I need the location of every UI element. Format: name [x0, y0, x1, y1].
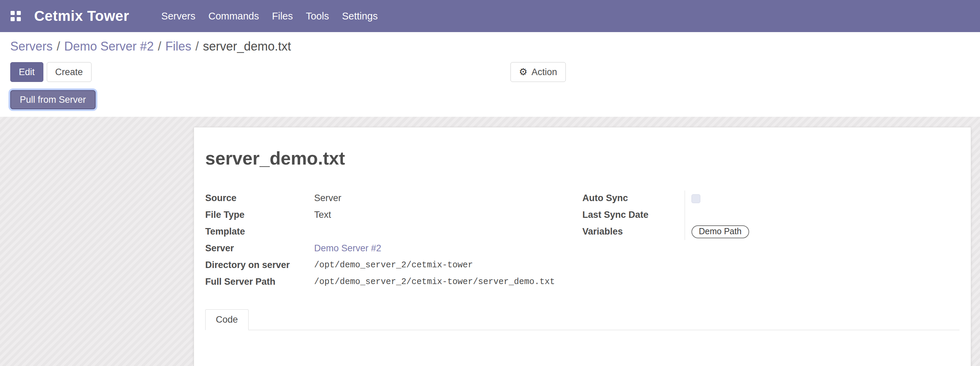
app-brand[interactable]: Cetmix Tower [34, 8, 129, 24]
field-source: Source Server [205, 190, 582, 207]
notebook: Code [205, 309, 959, 366]
field-auto-sync: Auto Sync [582, 190, 960, 207]
field-label-auto-sync: Auto Sync [582, 193, 692, 204]
field-value-full-path: /opt/demo_server_2/cetmix-tower/server_d… [314, 277, 555, 287]
form-fields: Source Server File Type Text Template Se… [205, 190, 959, 290]
notebook-tab-header: Code [205, 309, 959, 330]
field-value-source: Server [314, 193, 342, 204]
breadcrumb-link-servers[interactable]: Servers [10, 39, 52, 53]
breadcrumb-separator: / [154, 39, 165, 53]
gear-icon: ⚙ [519, 67, 527, 77]
field-label-full-path: Full Server Path [205, 276, 314, 288]
apps-grid-icon[interactable] [10, 11, 21, 22]
breadcrumb-link-files[interactable]: Files [165, 39, 191, 53]
notebook-tab-content [205, 330, 959, 366]
field-label-template: Template [205, 226, 314, 238]
field-label-directory: Directory on server [205, 259, 314, 271]
menu-item-tools[interactable]: Tools [299, 0, 336, 32]
edit-button[interactable]: Edit [10, 62, 43, 82]
fields-right-column: Auto Sync Last Sync Date Variables Demo … [582, 190, 960, 290]
action-button-label: Action [532, 67, 557, 78]
top-navbar: Cetmix Tower Servers Commands Files Tool… [0, 0, 980, 32]
apps-grid-square [11, 11, 15, 15]
create-button[interactable]: Create [47, 62, 92, 82]
menu-item-settings[interactable]: Settings [335, 0, 384, 32]
field-server: Server Demo Server #2 [205, 240, 582, 257]
field-last-sync-date: Last Sync Date [582, 207, 960, 223]
field-value-auto-sync [692, 193, 700, 204]
menu-item-servers[interactable]: Servers [155, 0, 202, 32]
field-label-variables: Variables [582, 226, 692, 238]
action-menu-button[interactable]: ⚙ Action [510, 62, 565, 82]
record-title: server_demo.txt [205, 148, 959, 169]
field-label-file-type: File Type [205, 209, 314, 221]
control-panel: Servers/Demo Server #2/Files/server_demo… [0, 32, 980, 117]
menu-item-files[interactable]: Files [266, 0, 299, 32]
control-buttons-row: Edit Create ⚙ Action [10, 62, 970, 82]
field-label-last-sync-date: Last Sync Date [582, 209, 692, 221]
content-background: server_demo.txt Source Server File Type … [0, 117, 980, 366]
field-template: Template [205, 223, 582, 240]
field-variables: Variables Demo Path [582, 223, 960, 240]
apps-grid-square [17, 11, 21, 15]
pull-from-server-button[interactable]: Pull from Server [10, 90, 95, 109]
field-value-directory: /opt/demo_server_2/cetmix-tower [314, 260, 473, 270]
field-value-server: Demo Server #2 [314, 243, 382, 254]
main-menu: Servers Commands Files Tools Settings [155, 0, 384, 32]
tab-code[interactable]: Code [205, 309, 248, 330]
auto-sync-checkbox[interactable] [692, 194, 700, 203]
breadcrumb: Servers/Demo Server #2/Files/server_demo… [10, 39, 970, 54]
fields-left-column: Source Server File Type Text Template Se… [205, 190, 582, 290]
field-directory-on-server: Directory on server /opt/demo_server_2/c… [205, 257, 582, 274]
field-value-variables: Demo Path [692, 225, 749, 238]
apps-grid-square [11, 17, 15, 21]
variable-tag-demo-path: Demo Path [692, 225, 749, 238]
field-full-server-path: Full Server Path /opt/demo_server_2/cetm… [205, 274, 582, 290]
field-label-source: Source [205, 193, 314, 204]
form-sheet: server_demo.txt Source Server File Type … [194, 127, 971, 366]
breadcrumb-link-demo-server[interactable]: Demo Server #2 [64, 39, 154, 53]
field-value-file-type: Text [314, 210, 331, 220]
object-buttons-row: Pull from Server [10, 90, 970, 111]
breadcrumb-separator: / [52, 39, 64, 53]
apps-grid-square [17, 17, 21, 21]
breadcrumb-current: server_demo.txt [203, 39, 291, 53]
server-record-link[interactable]: Demo Server #2 [314, 243, 382, 253]
field-label-server: Server [205, 243, 314, 255]
breadcrumb-separator: / [191, 39, 203, 53]
field-file-type: File Type Text [205, 207, 582, 223]
menu-item-commands[interactable]: Commands [202, 0, 265, 32]
